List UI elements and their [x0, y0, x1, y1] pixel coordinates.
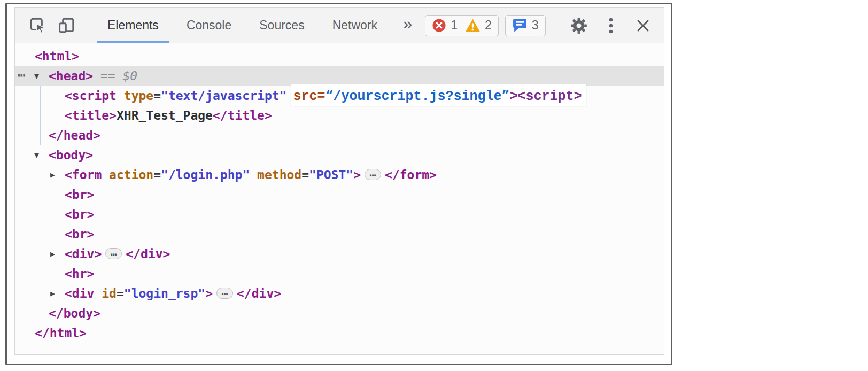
close-icon [636, 18, 650, 33]
device-toolbar-button[interactable] [55, 13, 79, 38]
val-token: "/login.php" [161, 168, 250, 182]
dom-tree-row[interactable]: ▶<div>…</div> [15, 244, 664, 264]
expander-icon[interactable]: ▶ [50, 284, 55, 304]
tag-token: <head> [49, 69, 93, 83]
inspect-element-button[interactable] [26, 13, 50, 38]
inspect-cursor-icon [29, 17, 47, 35]
message-icon [512, 18, 528, 33]
tag-token: <br> [65, 207, 94, 221]
tag-token: </title> [213, 109, 272, 122]
dom-tree-row[interactable]: <br> [15, 185, 664, 205]
dom-tree-row[interactable]: ▼<body> [15, 145, 664, 165]
plain-token [94, 287, 102, 300]
customize-devtools-button[interactable] [599, 13, 623, 38]
tag-token: > [353, 168, 361, 182]
tag-token: </html> [35, 326, 87, 340]
tab-console[interactable]: Console [173, 8, 245, 43]
tab-network[interactable]: Network [319, 8, 391, 43]
plain-token [117, 89, 124, 103]
inline-expand-button[interactable]: … [365, 169, 381, 180]
inline-expand-button[interactable]: … [216, 288, 233, 299]
tab-console-label: Console [187, 18, 231, 33]
ann-attr-token: src= [293, 89, 325, 104]
dom-tree-row[interactable]: <hr> [15, 264, 664, 284]
dom-tree-row[interactable]: <title>XHR_Test_Page</title> [15, 106, 664, 126]
plain-token: = [301, 168, 309, 182]
expander-icon[interactable]: ▶ [50, 165, 55, 185]
val-token: "POST" [309, 168, 353, 182]
screenshot-frame: Elements Console Sources Network » [5, 3, 672, 365]
text-token: XHR_Test_Page [117, 109, 213, 122]
active-tab-underline [97, 41, 169, 43]
dom-tree-row[interactable]: ⋯▼<head> == $0 [15, 66, 664, 86]
tag-token: <script [65, 89, 117, 103]
more-tabs-chevron[interactable]: » [403, 16, 412, 35]
plain-token: = [117, 287, 124, 300]
tab-sources[interactable]: Sources [245, 8, 318, 43]
tab-elements[interactable]: Elements [94, 8, 173, 43]
panel-tabs: Elements Console Sources Network [94, 8, 391, 43]
attr-token: id [102, 287, 117, 300]
tag-token: <div> [65, 247, 102, 261]
tag-token: <form [65, 168, 102, 182]
tag-token: <div [65, 287, 94, 300]
expander-icon[interactable]: ▼ [34, 145, 39, 165]
dom-tree-row[interactable]: <br> [15, 205, 664, 225]
note-token: == $0 [93, 69, 137, 83]
plain-token [102, 168, 109, 182]
tag-token: > [205, 287, 213, 300]
attr-token: type [124, 89, 153, 103]
tag-token: </body> [49, 306, 100, 320]
ann-val-token: “/yourscript.js?single” [325, 89, 509, 104]
plain-token: = [153, 168, 161, 182]
message-count: 3 [532, 18, 539, 33]
dom-tree-row[interactable]: <br> [15, 225, 664, 244]
dom-tree-row[interactable]: </body> [15, 304, 664, 323]
more-actions-icon[interactable]: ⋯ [18, 66, 24, 85]
devtools-toolbar: Elements Console Sources Network » [15, 8, 664, 43]
expander-icon[interactable]: ▼ [34, 66, 39, 86]
plain-token [250, 168, 257, 182]
warning-icon [465, 18, 480, 33]
issues-badge[interactable]: 1 2 [425, 15, 499, 36]
error-count: 1 [451, 18, 458, 33]
tab-sources-label: Sources [259, 18, 304, 33]
val-token: "login_rsp" [124, 287, 205, 300]
tag-token: </div> [237, 287, 281, 300]
attr-token: method [257, 168, 301, 182]
tab-network-label: Network [332, 18, 377, 33]
warning-count: 2 [485, 18, 492, 33]
dom-tree-row[interactable]: </head> [15, 126, 664, 145]
tag-token: </form> [385, 168, 437, 182]
tag-token: </div> [126, 247, 170, 261]
plain-token: = [153, 89, 161, 103]
tag-token: <title> [65, 109, 117, 122]
tag-token: <br> [65, 227, 94, 241]
tab-elements-label: Elements [107, 18, 159, 33]
toolbar-separator [86, 16, 86, 36]
val-token: "text/javascript" [161, 89, 286, 103]
messages-badge[interactable]: 3 [505, 15, 546, 36]
tag-token: <hr> [65, 267, 94, 281]
src-annotation: src=“/yourscript.js?single”><script> [293, 89, 582, 104]
tag-token: <html> [35, 49, 79, 63]
inline-expand-button[interactable]: … [105, 248, 122, 259]
tag-token: </head> [49, 128, 100, 142]
tag-token: <br> [65, 188, 94, 202]
close-devtools-button[interactable] [631, 13, 655, 38]
tag-token: <body> [49, 148, 93, 162]
device-toolbar-icon [58, 17, 76, 35]
dom-tree-row[interactable]: </html> [15, 323, 664, 343]
dom-tree-row[interactable]: <script type="text/javascript"src=“/your… [15, 86, 664, 106]
dom-tree-row[interactable]: ▶<div id="login_rsp">…</div> [15, 284, 664, 304]
dom-tree[interactable]: <html>⋯▼<head> == $0<script type="text/j… [15, 43, 664, 355]
dom-tree-row[interactable]: ▶<form action="/login.php" method="POST"… [15, 165, 664, 185]
gear-icon [569, 16, 588, 35]
error-icon [432, 18, 446, 33]
attr-token: action [109, 168, 153, 182]
expander-icon[interactable]: ▶ [50, 244, 55, 264]
settings-button[interactable] [567, 13, 591, 38]
kebab-menu-icon [608, 17, 614, 35]
dom-tree-row[interactable]: <html> [15, 47, 664, 66]
toolbar-separator [560, 16, 560, 36]
